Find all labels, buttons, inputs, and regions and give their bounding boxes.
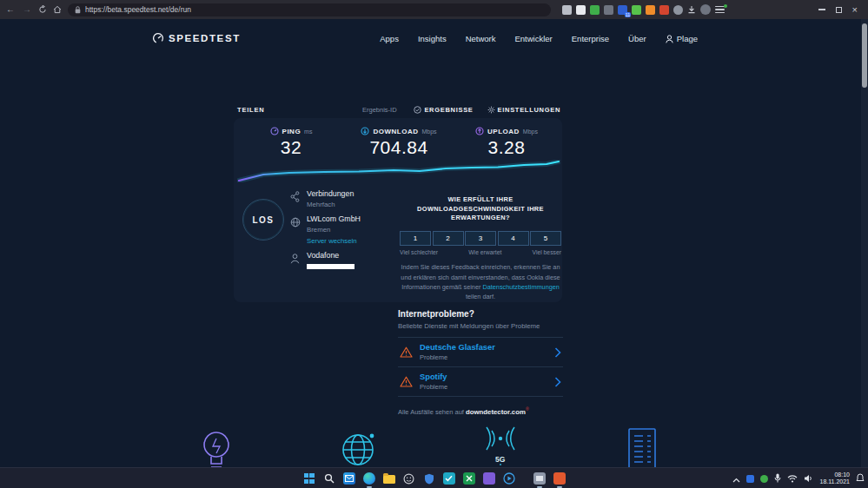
open-app-paint-icon[interactable] (553, 472, 567, 485)
browser-toolbar: ← → https://beta.speedtest.net/de/run 11 (0, 0, 868, 19)
search-icon[interactable] (322, 472, 336, 485)
share-button[interactable]: TEILEN (237, 106, 264, 114)
mail-icon[interactable] (342, 472, 356, 485)
rating-button-2[interactable]: 2 (433, 231, 464, 246)
start-button[interactable] (302, 472, 316, 485)
home-icon[interactable] (53, 2, 62, 17)
extension-icon[interactable] (562, 5, 572, 15)
person-icon (666, 35, 673, 43)
upload-icon (475, 127, 484, 135)
service-list: Deutsche Glasfaser Probleme Spotify Prob… (398, 337, 563, 397)
extension-icon[interactable] (604, 5, 613, 15)
extensions-row: 11 (562, 2, 725, 17)
download-metric: DOWNLOAD Mbps 704.84 (345, 127, 453, 158)
system-tray: 08:10 18.11.2021 (732, 468, 865, 488)
excel-icon[interactable] (462, 472, 476, 485)
scrollbar-track[interactable] (861, 19, 868, 467)
service-row-deutsche-glasfaser[interactable]: Deutsche Glasfaser Probleme (398, 337, 563, 366)
chevron-right-icon (554, 347, 561, 358)
windows-taskbar: 08:10 18.11.2021 (0, 467, 868, 488)
rating-button-5[interactable]: 5 (530, 231, 561, 246)
building-icon (617, 424, 667, 467)
decorative-icon-row: 5G (191, 424, 667, 467)
file-explorer-icon[interactable] (382, 472, 396, 485)
issues-title: Internetprobleme? (398, 309, 563, 319)
profile-icon[interactable] (700, 4, 711, 15)
extension-icon[interactable] (590, 5, 600, 15)
service-row-spotify[interactable]: Spotify Probleme (398, 366, 563, 397)
lightbulb-icon (191, 424, 242, 467)
warning-icon (400, 376, 413, 387)
feedback-smiley-icon[interactable] (402, 472, 416, 485)
rating-button-3[interactable]: 3 (465, 231, 496, 246)
provider-name: Vodafone (307, 251, 354, 260)
open-app-window-icon[interactable] (533, 472, 547, 485)
menu-icon[interactable] (715, 6, 725, 14)
extension-badge: 11 (625, 12, 631, 17)
rating-title-line: DOWNLOADGESCHWINDIGKEIT IHRE (400, 205, 561, 214)
settings-button[interactable]: EINSTELLUNGEN (487, 106, 560, 114)
issues-subtitle: Beliebte Dienste mit Meldungen über Prob… (398, 322, 563, 330)
volume-icon[interactable] (804, 471, 813, 486)
label-much-better: Viel besser (532, 249, 561, 255)
results-button[interactable]: ERGEBNISSE (414, 106, 473, 114)
connections-row[interactable]: Verbindungen Mehrfach (290, 189, 396, 208)
downloads-icon[interactable] (687, 2, 696, 17)
maximize-button[interactable] (836, 7, 842, 13)
main-nav: Apps Insights Network Entwickler Enterpr… (380, 34, 698, 43)
edge-icon[interactable] (362, 472, 376, 485)
nav-network[interactable]: Network (466, 34, 496, 43)
extension-icon[interactable] (632, 5, 641, 15)
windows-update-extension-icon[interactable]: 11 (618, 5, 627, 15)
extension-icon[interactable] (659, 5, 669, 15)
nav-entwickler[interactable]: Entwickler (514, 34, 552, 43)
rating-button-1[interactable]: 1 (400, 231, 431, 246)
account-menu[interactable]: Plage (666, 34, 698, 43)
minimize-button[interactable] (818, 9, 825, 10)
nav-enterprise[interactable]: Enterprise (572, 34, 609, 43)
tray-app-icon[interactable] (760, 475, 768, 483)
privacy-policy-link[interactable]: Datenschutzbestimmungen (482, 283, 559, 291)
logo-text: SPEEDTEST (169, 33, 241, 43)
nav-insights[interactable]: Insights (418, 34, 447, 43)
store-icon[interactable] (482, 472, 496, 485)
downdetector-footer[interactable]: Alle Ausfälle sehen auf downdetector.com… (398, 406, 563, 416)
rating-panel: WIE ERFÜLLT IHRE DOWNLOADGESCHWINDIGKEIT… (400, 195, 561, 301)
back-icon[interactable]: ← (5, 0, 16, 19)
taskbar-clock[interactable]: 08:10 18.11.2021 (819, 472, 850, 486)
downdetector-link[interactable]: downdetector.com (466, 408, 526, 416)
nav-apps[interactable]: Apps (380, 34, 399, 43)
tray-app-icon[interactable] (746, 475, 754, 483)
rating-disclaimer: Indem Sie dieses Feedback einreichen, er… (400, 262, 561, 301)
change-server-link[interactable]: Server wechseln (307, 237, 361, 245)
rating-button-4[interactable]: 4 (498, 231, 529, 246)
tray-expand-icon[interactable] (732, 471, 740, 486)
refresh-icon[interactable] (38, 2, 47, 17)
forward-icon[interactable]: → (22, 0, 32, 19)
globe-icon (290, 214, 301, 245)
go-button[interactable]: LOS (242, 199, 284, 241)
microphone-icon[interactable] (774, 471, 781, 486)
wifi-icon[interactable] (787, 471, 798, 486)
extension-icon[interactable] (576, 5, 586, 15)
scrollbar-thumb[interactable] (862, 23, 867, 88)
notification-bell-icon[interactable] (856, 471, 865, 486)
antenna-label: 5G (475, 455, 526, 464)
extension-icon[interactable] (673, 5, 683, 15)
address-bar[interactable]: https://beta.speedtest.net/de/run (68, 3, 551, 16)
close-button[interactable]: × (852, 5, 858, 14)
extension-icon[interactable] (646, 5, 655, 15)
provider-row: Vodafone (290, 251, 396, 269)
lock-icon (75, 6, 81, 14)
label-as-expected: Wie erwartet (468, 249, 501, 255)
speedtest-page: SPEEDTEST Apps Insights Network Entwickl… (0, 19, 868, 467)
update-dot (724, 4, 727, 8)
media-player-icon[interactable] (502, 472, 516, 485)
server-row: LWLcom GmbH Bremen Server wechseln (290, 214, 396, 245)
account-name: Plage (677, 34, 698, 43)
speedtest-logo[interactable]: SPEEDTEST (152, 32, 241, 44)
ping-unit: ms (304, 129, 312, 135)
todo-check-icon[interactable] (442, 472, 456, 485)
nav-ueber[interactable]: Über (628, 34, 646, 43)
security-shield-icon[interactable] (422, 472, 436, 485)
